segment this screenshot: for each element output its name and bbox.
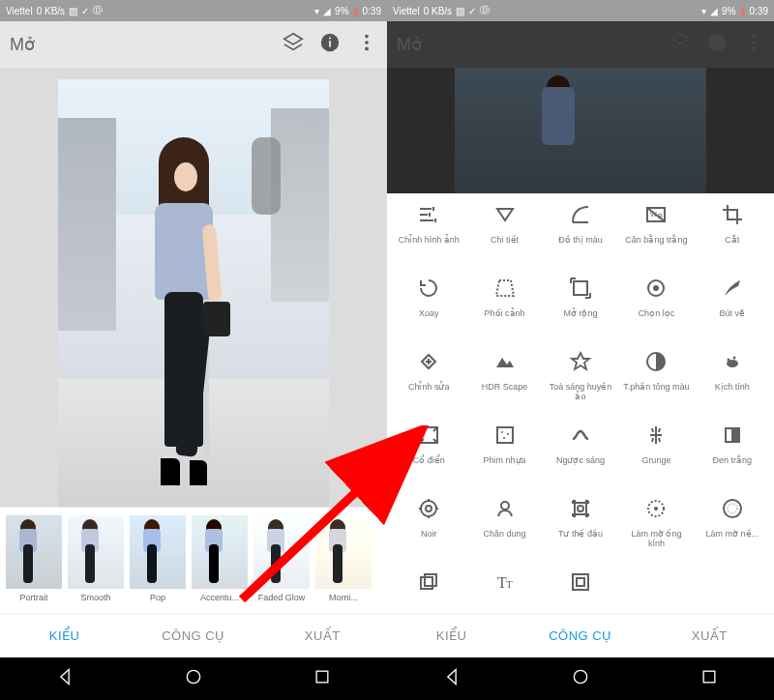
headpose-icon bbox=[569, 497, 592, 524]
svg-rect-22 bbox=[497, 427, 513, 443]
tab-tools[interactable]: CÔNG CỤ bbox=[516, 614, 644, 657]
tool-doubleexp[interactable] bbox=[391, 570, 466, 613]
rotate-icon bbox=[417, 277, 440, 304]
tool-healing[interactable]: Chỉnh sửa bbox=[391, 350, 466, 414]
doubleexp-icon bbox=[417, 570, 440, 598]
carrier-label: Viettel bbox=[6, 6, 33, 16]
tool-noir[interactable]: Noir bbox=[391, 497, 466, 561]
filter-portrait[interactable]: Portrait bbox=[6, 515, 62, 609]
tool-hdr[interactable]: HDR Scape bbox=[466, 350, 542, 414]
nav-recent-icon[interactable] bbox=[700, 667, 719, 690]
tonal-icon bbox=[644, 350, 668, 377]
tool-label: Bút vẽ bbox=[720, 308, 746, 318]
layers-icon[interactable] bbox=[283, 32, 304, 57]
tool-label: T.phần tông màu bbox=[623, 382, 689, 392]
filter-strip[interactable]: Portrait Smooth Pop Accentu... Faded Glo… bbox=[0, 507, 387, 613]
more-icon[interactable] bbox=[356, 32, 377, 57]
tool-tune[interactable]: Chỉnh hình ảnh bbox=[391, 203, 466, 267]
check-icon: ✓ bbox=[81, 6, 89, 16]
tool-bw[interactable]: Đen trắng bbox=[695, 423, 770, 487]
carrier-label: Viettel bbox=[393, 6, 420, 16]
image-icon: ▨ bbox=[69, 6, 77, 16]
wb-icon: WB bbox=[644, 203, 668, 230]
tool-grunge[interactable]: Grunge bbox=[618, 423, 694, 487]
tool-headpose[interactable]: Tư thế đầu bbox=[543, 497, 618, 561]
tool-drama[interactable]: Kịch tính bbox=[695, 350, 770, 414]
info-icon[interactable] bbox=[319, 32, 341, 57]
bottom-tabs: KIỂU CÔNG CỤ XUẤT bbox=[387, 613, 774, 657]
vignette-icon bbox=[721, 497, 744, 524]
svg-point-29 bbox=[426, 506, 432, 511]
tool-grainy[interactable]: Phim nhựa bbox=[466, 423, 542, 487]
tool-label: Cân bằng trắng bbox=[625, 235, 687, 245]
tool-label: Cắt bbox=[725, 235, 739, 245]
tool-retrolux[interactable]: Ngược sáng bbox=[543, 423, 618, 487]
tool-vignette[interactable]: Làm mờ nề... bbox=[695, 497, 770, 561]
tool-target[interactable]: Chọn lọc bbox=[618, 277, 694, 340]
svg-point-28 bbox=[421, 501, 436, 516]
tab-export[interactable]: XUẤT bbox=[258, 614, 387, 657]
text-icon: TT bbox=[493, 570, 517, 598]
tab-tools[interactable]: CÔNG CỤ bbox=[129, 614, 257, 657]
svg-point-9 bbox=[752, 35, 756, 39]
tool-label: Mở rộng bbox=[563, 308, 597, 318]
app-bar: Mở bbox=[0, 21, 387, 68]
svg-point-36 bbox=[728, 504, 737, 513]
svg-point-24 bbox=[507, 433, 509, 435]
tool-vintage[interactable]: Cổ điển bbox=[391, 423, 466, 487]
nav-home-icon[interactable] bbox=[184, 667, 203, 690]
tool-label: Noir bbox=[421, 529, 437, 539]
svg-point-11 bbox=[752, 47, 756, 51]
svg-rect-38 bbox=[425, 574, 436, 586]
nav-back-icon[interactable] bbox=[442, 667, 461, 690]
nav-home-icon[interactable] bbox=[571, 667, 590, 690]
tool-tonal[interactable]: T.phần tông màu bbox=[618, 350, 694, 414]
filter-pop[interactable]: Pop bbox=[130, 515, 186, 609]
tab-styles[interactable]: KIỂU bbox=[387, 614, 516, 657]
tool-brush[interactable]: Bút vẽ bbox=[695, 277, 770, 340]
dimmed-preview[interactable] bbox=[387, 68, 774, 193]
svg-point-5 bbox=[365, 47, 369, 51]
tab-styles[interactable]: KIỂU bbox=[0, 614, 129, 657]
svg-rect-31 bbox=[575, 503, 586, 514]
wifi-icon: ▾ bbox=[314, 6, 319, 16]
nav-recent-icon[interactable] bbox=[313, 667, 332, 690]
tool-glamour[interactable]: Toà sáng huyền ảo bbox=[543, 350, 618, 414]
tool-perspective[interactable]: Phối cảnh bbox=[466, 277, 542, 340]
app-title[interactable]: Mở bbox=[10, 34, 35, 55]
hdr-icon bbox=[493, 350, 517, 377]
bottom-tabs: KIỂU CÔNG CỤ XUẤT bbox=[0, 613, 387, 657]
svg-rect-15 bbox=[574, 281, 587, 295]
crop-icon bbox=[721, 203, 744, 230]
svg-rect-37 bbox=[421, 577, 432, 589]
tool-frames[interactable] bbox=[543, 570, 618, 613]
filter-accentuate[interactable]: Accentu... bbox=[192, 515, 248, 609]
tool-wb[interactable]: WBCân bằng trắng bbox=[618, 203, 694, 267]
svg-point-25 bbox=[503, 437, 505, 439]
tool-triangle-down[interactable]: Chi tiết bbox=[466, 203, 542, 267]
tool-crop[interactable]: Cắt bbox=[695, 203, 770, 267]
svg-point-20 bbox=[732, 357, 735, 360]
lensblur-icon bbox=[644, 497, 668, 524]
nav-back-icon[interactable] bbox=[55, 667, 74, 690]
filter-smooth[interactable]: Smooth bbox=[68, 515, 124, 609]
tool-label: Kịch tính bbox=[715, 382, 750, 392]
tool-rotate[interactable]: Xoay bbox=[391, 277, 466, 340]
tool-curves[interactable]: Đồ thị màu bbox=[543, 203, 618, 267]
tool-label: Ngược sáng bbox=[556, 455, 605, 465]
svg-point-8 bbox=[708, 34, 726, 51]
tab-export[interactable]: XUẤT bbox=[645, 614, 774, 657]
tool-label: Đồ thị màu bbox=[558, 235, 603, 245]
svg-point-32 bbox=[578, 506, 583, 511]
filter-morning[interactable]: Morni... bbox=[315, 515, 372, 609]
svg-point-6 bbox=[187, 670, 199, 683]
filter-faded-glow[interactable]: Faded Glow bbox=[253, 515, 310, 609]
target-icon bbox=[644, 277, 668, 304]
tool-lensblur[interactable]: Làm mờ ống kính bbox=[618, 497, 694, 561]
tool-expand[interactable]: Mở rộng bbox=[543, 277, 618, 340]
battery-pct: 9% bbox=[335, 6, 348, 16]
tool-text[interactable]: TT bbox=[466, 570, 542, 613]
photo-preview-area[interactable] bbox=[0, 68, 387, 507]
tool-portrait[interactable]: Chân dung bbox=[466, 497, 542, 561]
svg-rect-7 bbox=[316, 671, 328, 683]
